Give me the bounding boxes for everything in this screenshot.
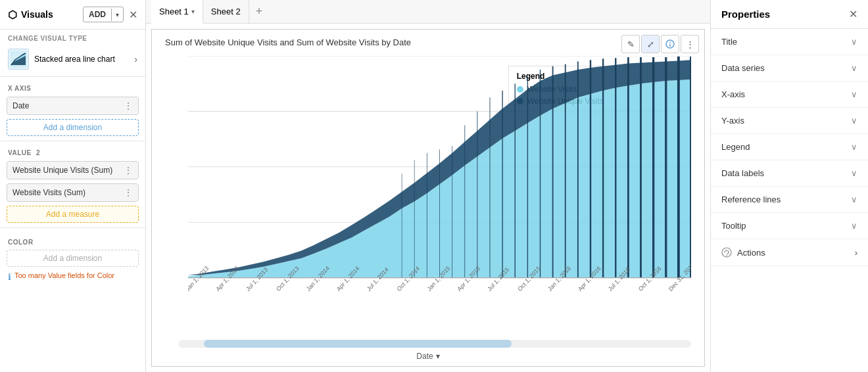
property-data-labels[interactable]: Data labels ∨	[711, 160, 868, 187]
property-legend-label: Legend	[721, 142, 750, 152]
insights-button[interactable]	[661, 35, 679, 53]
property-actions[interactable]: Actions ›	[711, 239, 868, 266]
visual-type-row[interactable]: Stacked area line chart ›	[0, 45, 145, 74]
panel-title-row: ⬡ Visuals	[8, 9, 53, 21]
left-panel: ⬡ Visuals ADD ▾ ✕ CHANGE VISUAL TYPE Sta…	[0, 0, 146, 372]
value-label: VALUE 2	[0, 144, 145, 159]
add-dim-color-label: Add a dimension	[43, 254, 102, 263]
divider	[0, 76, 145, 77]
add-tab-button[interactable]: +	[249, 0, 270, 24]
svg-text:Jan 1, 2013: Jan 1, 2013	[188, 265, 210, 292]
svg-point-59	[726, 255, 727, 256]
property-data-labels-label: Data labels	[721, 168, 764, 178]
tab-sheet2[interactable]: Sheet 2	[203, 0, 249, 24]
property-actions-label: Actions	[737, 248, 765, 258]
visual-type-icon	[8, 49, 29, 70]
tabs-bar: Sheet 1 ▾ Sheet 2 +	[146, 0, 710, 24]
x-axis-chevron-icon: ▾	[436, 352, 440, 361]
date-field-text: Date	[12, 101, 29, 110]
actions-icon	[721, 247, 732, 258]
property-y-axis-label: Y-axis	[721, 116, 744, 126]
x-axis-label: X AXIS	[0, 80, 145, 95]
right-header: Properties ✕	[711, 0, 868, 29]
warning-row: ℹ Too many Value fields for Color	[0, 269, 145, 285]
tab-sheet2-label: Sheet 2	[211, 7, 241, 16]
more-options-button[interactable]: ⋮	[681, 35, 699, 53]
tab-sheet1-label: Sheet 1	[159, 7, 189, 16]
tab-sheet1-chevron-icon: ▾	[191, 8, 195, 15]
date-field-options-icon[interactable]: ⋮	[124, 101, 133, 111]
property-x-axis-chevron-icon: ∨	[851, 89, 857, 99]
edit-chart-button[interactable]: ✎	[621, 35, 640, 53]
divider3	[0, 227, 145, 228]
property-legend[interactable]: Legend ∨	[711, 134, 868, 160]
value-field-2-options-icon[interactable]: ⋮	[124, 187, 133, 198]
property-actions-arrow-icon: ›	[855, 248, 857, 258]
property-data-series-chevron-icon: ∨	[851, 63, 857, 73]
divider2	[0, 141, 145, 141]
add-label: ADD	[84, 7, 111, 22]
property-title-label: Title	[721, 37, 737, 47]
add-measure-pill[interactable]: Add a measure	[7, 206, 139, 223]
add-dim-color-pill[interactable]: Add a dimension	[7, 250, 139, 267]
properties-title: Properties	[721, 9, 770, 20]
visuals-icon: ⬡	[8, 9, 17, 21]
warning-text: Too many Value fields for Color	[14, 271, 114, 279]
change-visual-label: CHANGE VISUAL TYPE	[0, 30, 145, 45]
warning-icon: ℹ	[8, 272, 11, 282]
visual-type-label: Stacked area line chart	[34, 55, 129, 64]
property-reference-lines-label: Reference lines	[721, 195, 781, 204]
property-data-series-label: Data series	[721, 63, 765, 73]
color-section: COLOR Add a dimension ℹ Too many Value f…	[0, 233, 145, 285]
add-measure-label: Add a measure	[46, 210, 99, 219]
property-reference-lines[interactable]: Reference lines ∨	[711, 187, 868, 213]
property-y-axis[interactable]: Y-axis ∨	[711, 108, 868, 134]
svg-text:Apr 1, 2013: Apr 1, 2013	[215, 265, 240, 292]
x-axis-label-text: Date	[416, 352, 433, 361]
left-header: ⬡ Visuals ADD ▾ ✕	[0, 0, 145, 30]
value-field-1-text: Website Unique Visits (Sum)	[12, 166, 112, 175]
chart-area: Sum of Website Unique Visits and Sum of …	[146, 24, 710, 372]
chart-svg: 0 100K 200K 300K 400K	[188, 56, 691, 333]
value-field-1-options-icon[interactable]: ⋮	[124, 165, 133, 175]
add-button[interactable]: ADD ▾	[83, 7, 124, 22]
add-dimension-label: Add a dimension	[43, 123, 102, 132]
add-arrow-icon[interactable]: ▾	[111, 9, 123, 21]
property-title-chevron-icon: ∨	[851, 37, 857, 47]
property-data-labels-chevron-icon: ∨	[851, 168, 857, 178]
add-dimension-pill[interactable]: Add a dimension	[7, 119, 139, 136]
property-tooltip-label: Tooltip	[721, 221, 746, 231]
chart-scrollbar[interactable]	[178, 340, 691, 348]
property-legend-chevron-icon: ∨	[851, 142, 857, 152]
close-left-panel-icon[interactable]: ✕	[129, 9, 137, 21]
property-tooltip[interactable]: Tooltip ∨	[711, 213, 868, 239]
property-reference-lines-chevron-icon: ∨	[851, 195, 857, 204]
chart-scrollbar-thumb[interactable]	[204, 340, 512, 348]
color-label: COLOR	[0, 233, 145, 248]
visual-type-arrow-icon: ›	[134, 54, 137, 64]
value-field-2-text: Website Visits (Sum)	[12, 188, 85, 197]
property-tooltip-chevron-icon: ∨	[851, 221, 857, 231]
expand-chart-button[interactable]: ⤢	[641, 35, 660, 53]
property-x-axis[interactable]: X-axis ∨	[711, 81, 868, 108]
chart-container: Sum of Website Unique Visits and Sum of …	[151, 29, 705, 367]
svg-point-4	[669, 42, 671, 43]
property-x-axis-label: X-axis	[721, 89, 745, 99]
chart-svg-container: 0 100K 200K 300K 400K	[188, 56, 691, 333]
chart-toolbar: ✎ ⤢ ⋮	[621, 35, 699, 53]
right-panel: Properties ✕ Title ∨ Data series ∨ X-axi…	[710, 0, 868, 372]
main-content: Sheet 1 ▾ Sheet 2 + Sum of Website Uniqu…	[146, 0, 710, 372]
property-y-axis-chevron-icon: ∨	[851, 116, 857, 126]
property-data-series[interactable]: Data series ∨	[711, 55, 868, 81]
panel-title: Visuals	[21, 9, 53, 20]
chart-title: Sum of Website Unique Visits and Sum of …	[165, 37, 411, 47]
value-field-1-pill[interactable]: Website Unique Visits (Sum) ⋮	[7, 161, 139, 179]
tab-sheet1[interactable]: Sheet 1 ▾	[151, 0, 203, 24]
x-axis-label-button[interactable]: Date ▾	[416, 352, 439, 361]
property-title[interactable]: Title ∨	[711, 29, 868, 55]
date-field-pill[interactable]: Date ⋮	[7, 97, 139, 115]
close-right-panel-icon[interactable]: ✕	[849, 8, 857, 20]
value-field-2-pill[interactable]: Website Visits (Sum) ⋮	[7, 183, 139, 202]
